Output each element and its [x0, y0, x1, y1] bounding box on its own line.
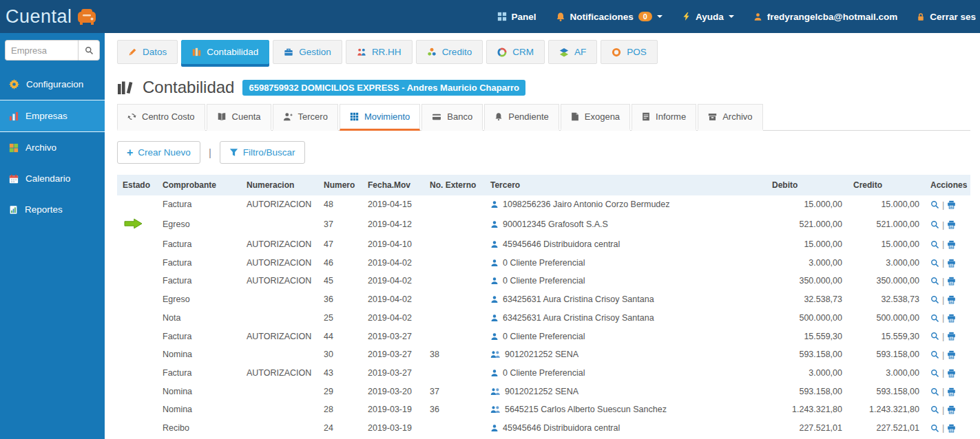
- panel-link[interactable]: Panel: [497, 12, 536, 22]
- module-tab-datos[interactable]: Datos: [117, 40, 178, 64]
- section-tab-cuenta[interactable]: Cuenta: [207, 104, 271, 131]
- section-tab-movimiento[interactable]: Movimiento: [340, 104, 420, 131]
- action-separator: |: [942, 277, 944, 286]
- print-movement-icon[interactable]: [947, 387, 956, 396]
- cell-no-externo: [424, 235, 485, 254]
- module-tab-contabilidad[interactable]: Contabilidad: [181, 40, 269, 64]
- print-movement-icon[interactable]: [947, 369, 956, 378]
- cell-estado: [117, 327, 157, 345]
- cell-numeracion: AUTORIZACION: [241, 253, 318, 272]
- cell-credito: 593.158,00: [848, 382, 925, 400]
- sidebar-item-reportes[interactable]: Reportes: [0, 194, 105, 225]
- module-tab-gestion[interactable]: Gestion: [273, 40, 342, 64]
- sidebar-item-configuracion[interactable]: Configuracion: [0, 69, 105, 100]
- cell-estado: [117, 214, 157, 235]
- view-movement-icon[interactable]: [930, 314, 939, 323]
- view-movement-icon[interactable]: [930, 424, 939, 433]
- view-movement-icon[interactable]: [930, 332, 939, 341]
- cell-numero: 37: [318, 214, 362, 235]
- print-movement-icon[interactable]: [947, 220, 956, 229]
- view-movement-icon[interactable]: [930, 369, 939, 378]
- cell-acciones: |: [925, 290, 970, 309]
- column-header-tercero: Tercero: [485, 175, 767, 195]
- sidebar-item-archivo[interactable]: Archivo: [0, 132, 105, 163]
- layers-icon: [559, 47, 569, 57]
- column-header-debito: Debito: [767, 175, 848, 195]
- cell-comprobante: Nomina: [157, 400, 241, 419]
- tercero-name: 9012021252 SENA: [505, 387, 578, 396]
- view-movement-icon[interactable]: [930, 405, 939, 414]
- cell-numeracion: AUTORIZACION: [241, 364, 318, 383]
- section-tab-archivo[interactable]: Archivo: [698, 104, 762, 131]
- print-movement-icon[interactable]: [947, 332, 956, 341]
- tercero-group-icon: [490, 350, 501, 358]
- view-movement-icon[interactable]: [930, 220, 939, 229]
- help-menu[interactable]: Ayuda: [682, 12, 734, 22]
- section-tab-informe[interactable]: Informe: [632, 104, 696, 131]
- module-tab-rr-hh[interactable]: RR.HH: [346, 40, 413, 64]
- section-tab-banco[interactable]: Banco: [421, 104, 483, 131]
- column-header-fecha-mov: Fecha.Mov: [362, 175, 424, 195]
- table-header-row: EstadoComprobanteNumeracionNumeroFecha.M…: [117, 175, 970, 195]
- filter-search-button[interactable]: Filtro/Buscar: [220, 141, 305, 164]
- print-movement-icon[interactable]: [947, 259, 956, 268]
- sidebar-item-calendario[interactable]: Calendario: [0, 163, 105, 194]
- cell-debito: 15.000,00: [767, 195, 848, 214]
- print-movement-icon[interactable]: [947, 295, 956, 304]
- logout-link[interactable]: Cerrar ses: [917, 12, 976, 22]
- module-tab-af[interactable]: AF: [548, 40, 597, 64]
- column-header-credito: Credito: [848, 175, 925, 195]
- cell-numero: 46: [318, 253, 362, 272]
- pos-icon: [612, 47, 621, 57]
- column-header-estado: Estado: [117, 175, 157, 195]
- cell-fecha-mov: 2019-03-27: [362, 364, 424, 383]
- cell-credito: 15.559,30: [848, 327, 925, 345]
- section-tab-pendiente[interactable]: Pendiente: [484, 104, 559, 131]
- cell-numeracion: [241, 345, 318, 364]
- current-row-arrow-icon: [123, 218, 143, 229]
- print-movement-icon[interactable]: [947, 200, 956, 209]
- view-movement-icon[interactable]: [930, 350, 939, 359]
- print-movement-icon[interactable]: [947, 405, 956, 414]
- module-tab-crm[interactable]: CRM: [486, 40, 545, 64]
- print-movement-icon[interactable]: [947, 277, 956, 286]
- view-movement-icon[interactable]: [930, 200, 939, 209]
- piggy-bank-icon: [76, 8, 97, 25]
- tercero-name: 63425631 Aura Cristina Crisoy Santana: [503, 313, 654, 323]
- cell-tercero: 9012021252 SENA: [485, 382, 767, 400]
- sidebar-item-label: Calendario: [25, 173, 70, 184]
- notifications-menu[interactable]: Notificaciones 0: [556, 12, 663, 22]
- section-tab-label: Exogena: [585, 111, 620, 122]
- cell-credito: 593.158,00: [848, 345, 925, 364]
- section-tab-tercero[interactable]: Tercero: [273, 104, 338, 131]
- cell-estado: [117, 253, 157, 272]
- module-tabs: DatosContabilidadGestionRR.HHCreditoCRMA…: [117, 40, 970, 64]
- company-search-input[interactable]: [5, 40, 78, 61]
- notifications-badge: 0: [638, 12, 652, 21]
- section-tab-label: Centro Costo: [142, 111, 195, 122]
- view-movement-icon[interactable]: [930, 259, 939, 268]
- print-movement-icon[interactable]: [947, 240, 956, 249]
- view-movement-icon[interactable]: [930, 240, 939, 249]
- view-movement-icon[interactable]: [930, 295, 939, 304]
- print-movement-icon[interactable]: [947, 314, 956, 323]
- view-movement-icon[interactable]: [930, 277, 939, 286]
- sidebar-item-label: Empresas: [25, 111, 67, 121]
- table-row: Nota252019-04-0263425631 Aura Cristina C…: [117, 309, 970, 328]
- module-tab-label: Contabilidad: [207, 47, 258, 57]
- section-tab-exogena[interactable]: Exogena: [561, 104, 630, 131]
- company-search-button[interactable]: [78, 40, 100, 61]
- view-movement-icon[interactable]: [930, 387, 939, 396]
- print-movement-icon[interactable]: [947, 424, 956, 433]
- user-menu[interactable]: fredyrangelcba@hotmail.com: [753, 12, 897, 22]
- section-tab-centro-costo[interactable]: Centro Costo: [117, 104, 205, 131]
- section-tab-label: Pendiente: [508, 111, 549, 122]
- cell-comprobante: Factura: [157, 195, 241, 214]
- action-separator: |: [942, 350, 944, 360]
- app-logo[interactable]: Cuental: [6, 6, 97, 28]
- print-movement-icon[interactable]: [947, 350, 956, 359]
- module-tab-pos[interactable]: POS: [601, 40, 658, 64]
- module-tab-credito[interactable]: Credito: [416, 40, 483, 64]
- sidebar-item-empresas[interactable]: Empresas: [0, 100, 105, 132]
- create-new-button[interactable]: + Crear Nuevo: [117, 141, 200, 164]
